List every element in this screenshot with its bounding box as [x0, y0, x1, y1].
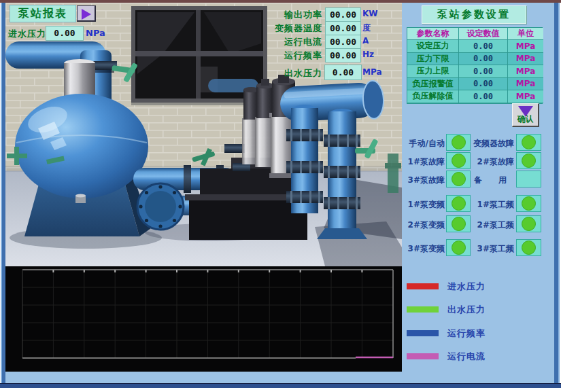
param-value-input[interactable]: 0.00 — [459, 78, 508, 91]
lamp-dot — [522, 154, 536, 168]
inverter-temp-label: 变频器温度 — [239, 22, 322, 35]
run-frequency-value: 00.00 — [325, 48, 361, 63]
inverter-temp-unit: 度 — [362, 22, 371, 34]
status-lamp-inverter-fault — [516, 134, 541, 151]
lamp-dot — [522, 240, 536, 255]
output-power-value: 00.00 — [325, 7, 361, 22]
status-lamp-pump2-fault — [516, 152, 541, 169]
confirm-button[interactable]: 确认 — [512, 103, 539, 127]
legend-swatch-outlet-pressure — [407, 306, 439, 313]
trend-chart-plot — [5, 266, 402, 372]
frame-bottom-border — [0, 383, 561, 392]
param-name: 负压报警值 — [407, 78, 459, 91]
outlet-pressure-unit: MPa — [362, 67, 382, 77]
status-label-spare: 备 用 — [471, 175, 514, 186]
lamp-dot — [452, 135, 466, 149]
param-value-input[interactable]: 0.00 — [459, 53, 508, 66]
legend-swatch-run-frequency — [407, 330, 439, 336]
status-lamp-pump1-fault — [446, 152, 471, 169]
outlet-pressure-value: 0.00 — [324, 65, 362, 80]
status-lamp-pump3-mains — [516, 239, 541, 256]
col-header-unit: 单位 — [508, 28, 543, 40]
frame-right-border — [554, 3, 561, 389]
confirm-button-label: 确认 — [513, 113, 538, 125]
status-label-pump3-vfd: 3#泵变频 — [403, 243, 445, 255]
status-label-pump2-vfd: 2#泵变频 — [403, 219, 445, 231]
param-name: 压力下限 — [407, 53, 459, 66]
lamp-dot — [452, 172, 466, 186]
legend-label-run-current: 运行电流 — [447, 351, 486, 363]
status-lamp-pump3-fault — [446, 171, 471, 188]
status-label-inverter-fault: 变频器故障 — [471, 138, 514, 149]
trend-chart — [5, 266, 402, 372]
run-frequency-unit: Hz — [362, 50, 374, 59]
front-flange — [137, 183, 184, 230]
param-name: 压力上限 — [407, 65, 459, 78]
lamp-dot — [452, 154, 466, 168]
status-label-pump1-fault: 1#泵故障 — [403, 156, 445, 168]
play-icon — [82, 9, 91, 20]
col-header-param-name: 参数名称 — [407, 28, 459, 40]
status-label-pump1-mains: 1#泵工频 — [471, 199, 514, 211]
status-label-pump2-fault: 2#泵故障 — [471, 156, 514, 168]
run-current-value: 00.00 — [325, 35, 361, 49]
lamp-dot — [452, 217, 466, 231]
status-label-pump3-fault: 3#泵故障 — [403, 175, 445, 186]
legend-swatch-inlet-pressure — [407, 283, 439, 289]
status-lamp-pump2-mains — [516, 215, 541, 232]
status-lamp-spare — [516, 171, 541, 188]
frame-left-border — [0, 3, 5, 389]
lamp-dot — [522, 217, 536, 231]
status-lamp-pump2-vfd — [446, 215, 471, 232]
status-lamp-pump1-vfd — [446, 195, 471, 212]
riser-foot — [317, 228, 367, 239]
settings-table: 参数名称 设定数值 单位 设定压力 0.00 MPa 压力下限 0.00 MPa… — [407, 27, 543, 104]
output-power-label: 输出功率 — [239, 9, 322, 21]
hmi-pump-station-screen: 泵站报表 进水压力 0.00 NPa 输出功率 00.00 KW 变频器温度 0… — [0, 0, 561, 392]
inverter-temp-value: 00.00 — [325, 21, 361, 35]
param-unit: MPa — [508, 53, 543, 66]
outlet-pressure-label: 出水压力 — [267, 67, 322, 79]
lamp-dot — [452, 196, 466, 211]
inlet-pressure-unit: NPa — [86, 28, 105, 38]
status-lamp-manual-auto — [446, 134, 471, 151]
legend-label-run-frequency: 运行频率 — [447, 327, 486, 340]
param-value-input[interactable]: 0.00 — [459, 65, 508, 78]
param-unit: MPa — [508, 40, 543, 53]
status-lamp-pump3-vfd — [446, 239, 471, 256]
chart-grid — [22, 270, 393, 358]
run-current-label: 运行电流 — [239, 36, 322, 48]
inlet-pressure-label: 进水压力 — [8, 28, 46, 40]
report-arrow-button[interactable] — [77, 5, 96, 22]
settings-panel-title: 泵站参数设置 — [422, 5, 526, 24]
param-value-input[interactable]: 0.00 — [459, 90, 508, 103]
param-unit: MPa — [508, 78, 543, 91]
param-name: 负压解除值 — [407, 90, 459, 103]
run-frequency-label: 运行频率 — [239, 50, 322, 62]
param-name: 设定压力 — [407, 40, 459, 53]
status-label-pump1-vfd: 1#泵变频 — [403, 199, 445, 211]
lamp-dot — [522, 135, 536, 149]
col-header-set-value: 设定数值 — [459, 28, 508, 40]
param-unit: MPa — [508, 90, 543, 103]
status-lamp-pump1-mains — [516, 195, 541, 212]
lamp-dot — [522, 196, 536, 211]
frame-top-border — [0, 0, 561, 3]
param-unit: MPa — [508, 65, 543, 78]
status-label-pump2-mains: 2#泵工频 — [471, 219, 514, 231]
report-button[interactable]: 泵站报表 — [10, 5, 76, 22]
legend-label-outlet-pressure: 出水压力 — [447, 304, 486, 316]
run-current-unit: A — [362, 36, 369, 46]
lamp-dot — [452, 240, 466, 255]
status-label-pump3-mains: 3#泵工频 — [471, 243, 514, 255]
legend-swatch-run-current — [407, 353, 439, 359]
param-value-input[interactable]: 0.00 — [459, 40, 508, 53]
inlet-pressure-value: 0.00 — [46, 26, 84, 41]
output-power-unit: KW — [362, 9, 378, 18]
legend-label-inlet-pressure: 进水压力 — [447, 281, 486, 293]
status-label-manual-auto: 手动/自动 — [403, 138, 445, 149]
